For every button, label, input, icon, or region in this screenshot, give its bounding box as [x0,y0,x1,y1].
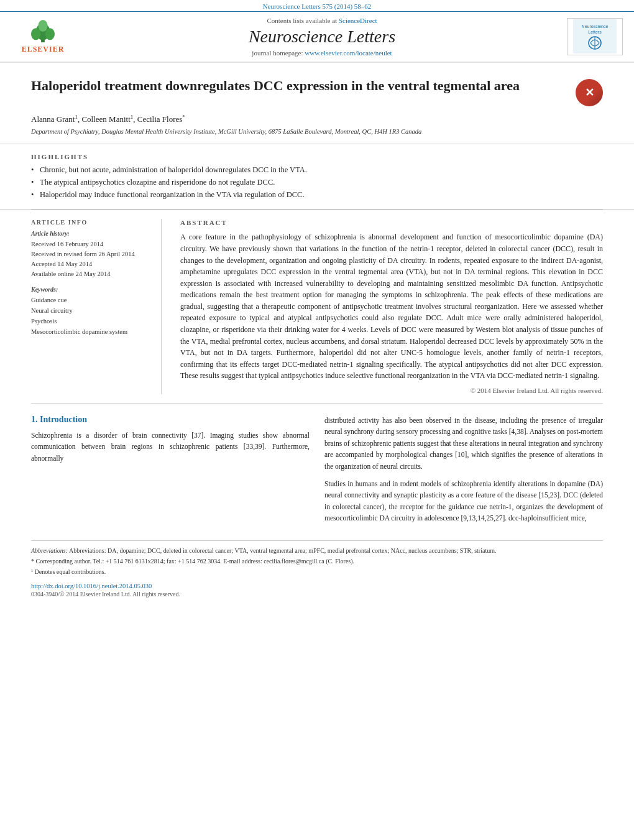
highlights-section: HIGHLIGHTS Chronic, but not acute, admin… [0,144,634,210]
journal-info: Contents lists available at ScienceDirec… [77,17,567,57]
keywords-label: Keywords: [31,286,150,293]
highlight-item-1: Chronic, but not acute, administration o… [31,165,603,175]
doi-link[interactable]: http://dx.doi.org/10.1016/j.neulet.2014.… [31,583,603,589]
affiliation: Department of Psychiatry, Douglas Mental… [31,128,603,135]
keyword-2: Neural circuitry [31,306,150,316]
revised-date: Received in revised form 26 April 2014 [31,249,150,259]
header-main: ELSEVIER Contents lists available at Sci… [0,12,634,62]
corresponding-author-footnote: * Corresponding author. Tel.: +1 514 761… [31,556,603,566]
author-3-sup: * [182,114,185,120]
homepage-url[interactable]: www.elsevier.com/locate/neulet [305,49,392,57]
copyright-line: © 2014 Elsevier Ireland Ltd. All rights … [180,387,603,394]
journal-number-banner: Neuroscience Letters 575 (2014) 58–62 [0,0,634,12]
body-content: 1. Introduction Schizophrenia is a disor… [0,404,634,530]
journal-logo: Neuroscience Letters [567,18,623,55]
keyword-4: Mesocorticolimbic dopamine system [31,327,150,338]
svg-point-4 [38,20,47,32]
abbreviations-label: Abbreviations: [31,547,68,554]
sciencedirect-link[interactable]: ScienceDirect [339,17,377,24]
svg-point-2 [31,28,40,40]
footer-copyright: 0304-3940/© 2014 Elsevier Ireland Ltd. A… [31,591,603,598]
abstract-section: ABSTRACT A core feature in the pathophys… [180,219,603,394]
equal-contributions-footnote: ¹ Denotes equal contributions. [31,567,603,576]
article-header: Haloperidol treatment downregulates DCC … [0,63,634,144]
highlights-label: HIGHLIGHTS [31,153,603,160]
highlights-list: Chronic, but not acute, administration o… [31,165,603,200]
keyword-1: Guidance cue [31,295,150,306]
page-header: ELSEVIER Contents lists available at Sci… [0,12,634,63]
abbreviations-footnote: Abbreviations: Abbreviations: DA, dopami… [31,546,603,555]
author-3: Cecilia Flores [137,114,183,124]
article-info-label: ARTICLE INFO [31,219,150,226]
article-info: ARTICLE INFO Article history: Received 1… [31,219,162,394]
received-date: Received 16 February 2014 [31,239,150,249]
accepted-date: Accepted 14 May 2014 [31,259,150,269]
abstract-text: A core feature in the pathophysiology of… [180,231,603,382]
svg-text:Letters: Letters [588,30,602,34]
highlight-item-2: The atypical antipsychotics clozapine an… [31,178,603,187]
keyword-3: Psychosis [31,316,150,327]
author-2-sup: 1 [131,114,134,120]
footnotes-section: Abbreviations: Abbreviations: DA, dopami… [31,540,603,598]
intro-heading: 1. Introduction [31,415,310,425]
intro-para-1: Schizophrenia is a disorder of brain con… [31,430,310,464]
journal-homepage: journal homepage: www.elsevier.com/locat… [77,49,567,57]
author-1-sup: 1 [75,114,78,120]
journal-name: Neuroscience Letters [77,27,567,47]
info-abstract-section: ARTICLE INFO Article history: Received 1… [31,210,603,404]
keywords-section: Keywords: Guidance cue Neural circuitry … [31,286,150,337]
article-history: Article history: Received 16 February 20… [31,230,150,279]
author-1: Alanna Grant [31,114,75,124]
body-left-column: 1. Introduction Schizophrenia is a disor… [31,415,310,530]
article-title: Haloperidol treatment downregulates DCC … [31,76,566,95]
highlight-item-3: Haloperidol may induce functional reorga… [31,190,603,200]
crossmark-icon[interactable]: ✕ [576,79,603,106]
elsevier-wordmark: ELSEVIER [22,45,65,54]
author-2: Colleen Manitt [81,114,130,124]
journal-logo-image: Neuroscience Letters [573,19,617,55]
svg-point-3 [45,28,55,40]
elsevier-tree-icon [24,20,62,44]
page: Neuroscience Letters 575 (2014) 58–62 EL… [0,0,634,840]
history-label: Article history: [31,230,150,237]
contents-available-label: Contents lists available at ScienceDirec… [77,17,567,24]
abstract-label: ABSTRACT [180,219,603,226]
journal-number-text: Neuroscience Letters 575 (2014) 58–62 [263,2,372,10]
article-title-row: Haloperidol treatment downregulates DCC … [31,76,603,106]
intro-para-right-1: distributed activity has also been obser… [324,415,603,472]
authors: Alanna Grant1, Colleen Manitt1, Cecilia … [31,114,603,124]
svg-text:Neuroscience: Neuroscience [582,24,609,29]
body-right-column: distributed activity has also been obser… [324,415,603,530]
elsevier-logo: ELSEVIER [9,20,77,54]
available-date: Available online 24 May 2014 [31,269,150,279]
intro-para-right-2: Studies in humans and in rodent models o… [324,478,603,524]
